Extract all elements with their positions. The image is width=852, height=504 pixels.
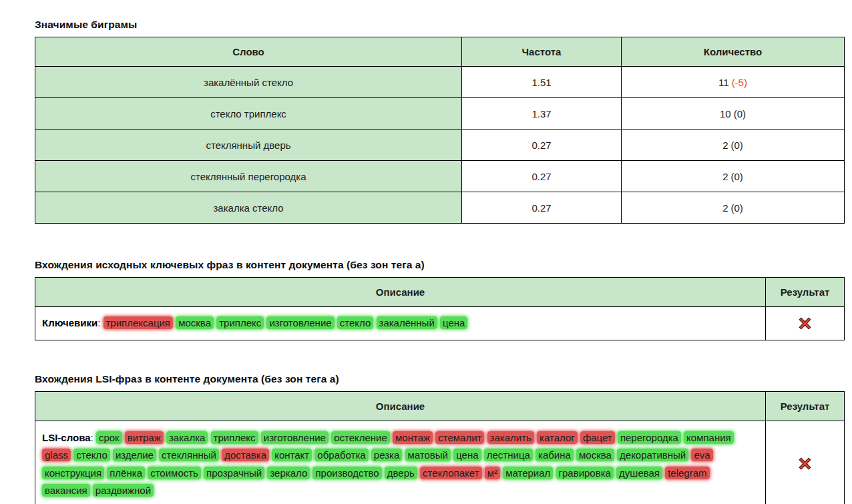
highlighted-word: стекло: [73, 449, 110, 461]
highlighted-word: закалённый: [377, 316, 437, 329]
highlighted-word: москва: [576, 449, 614, 461]
highlighted-word: цена: [453, 449, 481, 461]
highlighted-word: стеклянный: [159, 449, 219, 461]
highlighted-word: зеркало: [267, 467, 310, 479]
highlighted-word: дверь: [385, 467, 417, 479]
highlighted-word: м²: [485, 467, 500, 479]
column-header-count: Количество: [622, 37, 845, 67]
count-value: 11: [718, 77, 729, 88]
highlighted-word: цена: [440, 316, 467, 329]
lsi-label: LSI-слова: [42, 432, 91, 443]
count-value: 10: [720, 108, 731, 119]
highlighted-word: компания: [684, 431, 734, 444]
bigram-word: стеклянный дверь: [35, 130, 462, 161]
keywords-table: Описание Результат Ключевики: триплексац…: [35, 277, 845, 340]
keywords-description: Ключевики: триплексация москва триплекс …: [35, 307, 766, 340]
highlighted-word: прозрачный: [204, 467, 264, 479]
highlighted-word: telegram: [665, 467, 709, 479]
highlighted-word: обработка: [314, 449, 368, 461]
keywords-section-title: Вхождения исходных ключевых фраз в конте…: [35, 224, 844, 271]
bigram-frequency: 0.27: [462, 192, 622, 224]
highlighted-word: материал: [503, 467, 553, 479]
highlighted-words: триплексация москва триплекс изготовлени…: [103, 316, 468, 329]
keywords-label: Ключевики: [42, 317, 97, 328]
highlighted-word: изготовление: [261, 431, 329, 444]
label-separator: :: [91, 432, 96, 443]
red-cross-icon: [799, 317, 811, 330]
column-header-result: Результат: [766, 391, 845, 421]
highlighted-word: закалка: [166, 431, 208, 444]
highlighted-word: закалить: [487, 431, 534, 444]
highlighted-word: плёнка: [107, 467, 145, 479]
highlighted-word: монтаж: [393, 431, 433, 444]
bigram-count: 2(0): [622, 192, 845, 224]
highlighted-word: раздвижной: [93, 484, 154, 497]
count-delta: (0): [731, 202, 743, 214]
column-header-word: Слово: [35, 37, 462, 67]
highlighted-word: фацет: [580, 431, 615, 444]
table-row: стеклянный дверь 0.27 2(0): [35, 130, 845, 161]
highlighted-word: триплекс: [216, 316, 264, 329]
highlighted-word: изделие: [113, 449, 156, 461]
table-row: Ключевики: триплексация москва триплекс …: [35, 307, 845, 340]
keywords-header-row: Описание Результат: [35, 278, 845, 307]
highlighted-word: стоимость: [148, 467, 201, 479]
table-row: закалка стекло 0.27 2(0): [35, 192, 845, 224]
highlighted-words: срок витраж закалка триплекс изготовлени…: [42, 431, 734, 497]
table-row: закалённый стекло 1.51 11(-5): [35, 67, 845, 98]
highlighted-word: конструкция: [42, 467, 104, 479]
lsi-result: [766, 421, 845, 504]
bigram-frequency: 1.37: [462, 98, 622, 130]
table-row: LSI-слова: срок витраж закалка триплекс …: [35, 421, 845, 504]
table-row: стекло триплекс 1.37 10(0): [35, 98, 845, 130]
lsi-table: Описание Результат LSI-слова: срок витра…: [35, 391, 845, 504]
highlighted-word: вакансия: [42, 484, 90, 497]
count-value: 2: [722, 171, 728, 182]
count-delta: (-5): [732, 77, 747, 88]
highlighted-word: стекло: [337, 316, 374, 329]
count-value: 2: [722, 202, 728, 214]
highlighted-word: срок: [96, 431, 122, 444]
column-header-result: Результат: [766, 278, 845, 307]
column-header-frequency: Частота: [462, 37, 622, 67]
bigram-frequency: 1.51: [462, 67, 622, 98]
bigram-count: 11(-5): [622, 67, 845, 98]
bigram-word: закалённый стекло: [35, 67, 462, 98]
highlighted-word: eva: [691, 449, 712, 461]
highlighted-word: стемалит: [435, 431, 484, 444]
column-header-description: Описание: [35, 391, 766, 421]
highlighted-word: контакт: [272, 449, 312, 461]
highlighted-word: кабина: [536, 449, 574, 461]
highlighted-word: резка: [371, 449, 402, 461]
highlighted-word: стеклопакет: [420, 467, 481, 479]
bigrams-table: Слово Частота Количество закалённый стек…: [35, 37, 845, 224]
highlighted-word: триплекс: [211, 431, 258, 444]
bigram-count: 10(0): [622, 98, 845, 130]
bigram-count: 2(0): [622, 161, 845, 192]
bigrams-header-row: Слово Частота Количество: [35, 37, 845, 67]
bigram-frequency: 0.27: [462, 130, 622, 161]
red-cross-icon: [799, 457, 811, 470]
highlighted-word: перегородка: [618, 431, 681, 444]
count-delta: (0): [731, 171, 743, 182]
keywords-result: [766, 307, 845, 340]
highlighted-word: витраж: [125, 431, 164, 444]
highlighted-word: матовый: [405, 449, 451, 461]
highlighted-word: лестница: [484, 449, 533, 461]
lsi-section-title: Вхождения LSI-фраз в контенте документа …: [35, 340, 844, 385]
bigram-count: 2(0): [622, 130, 845, 161]
count-delta: (0): [734, 108, 746, 119]
highlighted-word: изготовление: [266, 316, 334, 329]
highlighted-word: остекление: [331, 431, 390, 444]
lsi-header-row: Описание Результат: [35, 391, 845, 421]
highlighted-word: производство: [312, 467, 381, 479]
table-row: стеклянный перегородка 0.27 2(0): [35, 161, 845, 192]
lsi-description: LSI-слова: срок витраж закалка триплекс …: [35, 421, 766, 504]
count-delta: (0): [731, 140, 743, 151]
bigram-frequency: 0.27: [462, 161, 622, 192]
highlighted-word: каталог: [537, 431, 578, 444]
label-separator: :: [97, 317, 103, 328]
bigram-word: стекло триплекс: [35, 98, 462, 130]
highlighted-word: гравировка: [556, 467, 614, 479]
highlighted-word: триплексация: [103, 316, 173, 329]
